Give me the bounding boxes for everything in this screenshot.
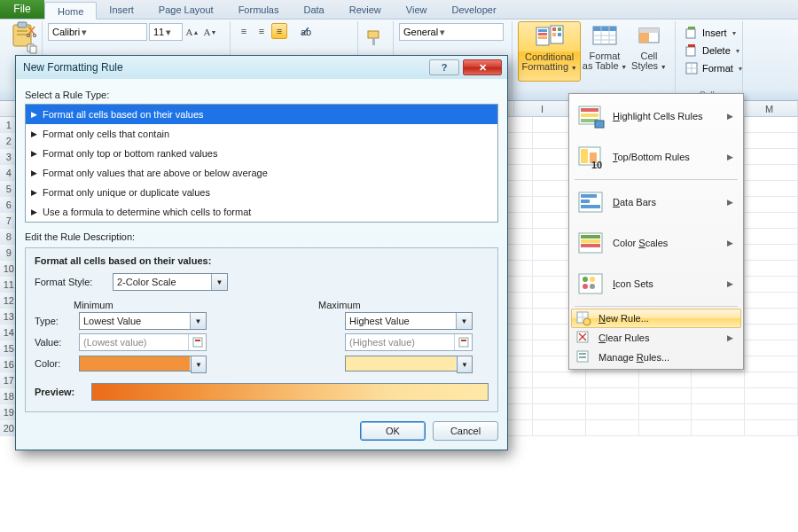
column-header[interactable]: I: [514, 101, 571, 116]
tab-page-layout[interactable]: Page Layout: [146, 1, 226, 19]
svg-point-5: [33, 34, 35, 36]
chevron-down-icon[interactable]: ▼: [190, 313, 206, 329]
dialog-close-button[interactable]: ✕: [463, 59, 502, 75]
rule-type-label: Format only values that are above or bel…: [43, 168, 268, 178]
tab-insert[interactable]: Insert: [97, 1, 146, 19]
svg-rect-65: [461, 340, 466, 341]
cut-icon[interactable]: [24, 23, 40, 39]
cells-format-button[interactable]: Format▾: [681, 60, 737, 76]
tab-formulas[interactable]: Formulas: [226, 1, 292, 19]
range-picker-icon[interactable]: [188, 334, 206, 350]
cell-styles-icon: [634, 23, 664, 50]
chevron-down-icon[interactable]: ▼: [457, 356, 473, 373]
submenu-arrow-icon: ▶: [727, 153, 733, 161]
format-as-table-button[interactable]: Formatas Table ▼: [581, 21, 629, 82]
align-bottom-icon[interactable]: ≡: [271, 23, 287, 39]
max-type-combo[interactable]: Highest Value▼: [345, 312, 473, 330]
chevron-down-icon[interactable]: ▼: [456, 313, 472, 329]
cf-new-rule[interactable]: New Rule...: [571, 309, 741, 328]
range-picker-icon[interactable]: [454, 334, 472, 350]
svg-rect-63: [195, 340, 200, 341]
svg-rect-16: [552, 27, 556, 31]
min-color-picker[interactable]: ▼: [79, 356, 207, 372]
cf-newrule-label: ew Rule...: [606, 313, 649, 324]
ok-button[interactable]: OK: [360, 421, 426, 441]
cf-data-bars[interactable]: Data Bars ▶: [571, 182, 741, 223]
cell-styles-label2: Styles: [631, 60, 658, 71]
svg-rect-35: [581, 108, 598, 112]
tab-review[interactable]: Review: [337, 1, 394, 19]
shrink-font-icon[interactable]: A▼: [202, 24, 218, 40]
grow-font-icon[interactable]: A▲: [184, 24, 200, 40]
svg-rect-50: [581, 244, 600, 247]
minimum-header: Minimum: [35, 300, 176, 310]
cf-top-bottom-rules[interactable]: 10 Top/Bottom Rules ▶: [571, 137, 741, 177]
font-size-combo[interactable]: 11▾: [149, 23, 183, 41]
svg-rect-19: [558, 33, 561, 36]
svg-rect-45: [581, 200, 590, 203]
cell-styles-button[interactable]: CellStyles ▼: [629, 21, 669, 82]
tab-developer[interactable]: Developer: [439, 1, 508, 19]
chevron-down-icon[interactable]: ▼: [211, 274, 227, 290]
tab-view[interactable]: View: [394, 1, 440, 19]
svg-rect-10: [372, 38, 375, 45]
rule-type-item[interactable]: ▶Format only values that are above or be…: [26, 163, 497, 183]
fmt-table-label2: as Table: [583, 60, 619, 71]
rule-type-item[interactable]: ▶Format only top or bottom ranked values: [26, 144, 497, 163]
chevron-down-icon[interactable]: ▼: [191, 356, 207, 373]
format-cells-icon: [685, 61, 699, 75]
top-bottom-icon: 10: [575, 142, 606, 172]
tab-home[interactable]: Home: [44, 2, 97, 20]
cf-hotkey: N: [598, 313, 606, 324]
delete-cells-icon: [685, 43, 699, 58]
cf-clear-rules[interactable]: Clear Rules ▶: [571, 328, 741, 348]
tab-data[interactable]: Data: [291, 1, 336, 19]
svg-rect-28: [639, 33, 649, 43]
column-header[interactable]: M: [741, 101, 798, 116]
new-formatting-rule-dialog: New Formatting Rule ? ✕ Select a Rule Ty…: [15, 55, 508, 450]
svg-rect-51: [579, 274, 602, 293]
edit-rule-description-label: Edit the Rule Description:: [25, 231, 498, 242]
insert-cells-icon: [685, 26, 699, 40]
conditional-formatting-button[interactable]: ConditionalFormatting ▼: [518, 21, 581, 82]
cf-iconsets-label: con Sets: [615, 278, 653, 289]
submenu-arrow-icon: ▶: [727, 198, 733, 207]
rule-type-item[interactable]: ▶Format all cells based on their values: [26, 105, 497, 124]
cf-highlight-cells-rules[interactable]: Highlight Cells Rules ▶: [571, 96, 741, 137]
font-name-combo[interactable]: Calibri▾: [48, 23, 147, 41]
min-type-combo[interactable]: Lowest Value▼: [79, 312, 207, 330]
cf-highlight-label: ighlight Cells Rules: [620, 111, 703, 121]
number-format-value: General: [403, 27, 438, 37]
rule-type-item[interactable]: ▶Format only unique or duplicate values: [26, 183, 497, 202]
align-middle-icon[interactable]: ≡: [254, 23, 270, 39]
dialog-titlebar[interactable]: New Formatting Rule ? ✕: [16, 56, 507, 79]
cells-delete-button[interactable]: Delete▾: [681, 43, 737, 59]
cf-manage-rules[interactable]: Manage Rules...: [571, 348, 741, 367]
max-value-placeholder: (Highest value): [349, 337, 415, 348]
format-style-label: Format Style:: [35, 277, 107, 287]
rule-type-list[interactable]: ▶Format all cells based on their values …: [25, 104, 498, 223]
max-color-picker[interactable]: ▼: [345, 356, 473, 372]
cancel-button[interactable]: Cancel: [433, 421, 498, 441]
svg-rect-62: [193, 338, 202, 347]
preview-gradient: [91, 383, 489, 401]
font-name-value: Calibri: [52, 27, 80, 37]
format-style-combo[interactable]: 2-Color Scale ▼: [113, 273, 228, 291]
rule-type-item[interactable]: ▶Use a formula to determine which cells …: [26, 202, 497, 222]
number-format-combo[interactable]: General▾: [399, 23, 504, 41]
max-type-value: Highest Value: [349, 316, 410, 326]
rule-type-item[interactable]: ▶Format only cells that contain: [26, 124, 497, 144]
min-value-input[interactable]: (Lowest value): [79, 333, 207, 351]
cf-icon-sets[interactable]: Icon Sets ▶: [571, 263, 741, 304]
align-top-icon[interactable]: ≡: [236, 23, 252, 39]
svg-rect-40: [581, 149, 588, 163]
ribbon-tabstrip: File Home Insert Page Layout Formulas Da…: [0, 0, 798, 20]
orientation-icon[interactable]: ab: [298, 23, 314, 39]
cells-insert-button[interactable]: Insert▾: [681, 25, 737, 41]
tab-file[interactable]: File: [0, 0, 44, 19]
format-painter-icon[interactable]: [364, 27, 387, 50]
max-value-input[interactable]: (Highest value): [345, 333, 473, 351]
svg-point-57: [583, 318, 591, 325]
cf-color-scales[interactable]: Color Scales ▶: [571, 223, 741, 263]
dialog-help-button[interactable]: ?: [429, 59, 459, 75]
